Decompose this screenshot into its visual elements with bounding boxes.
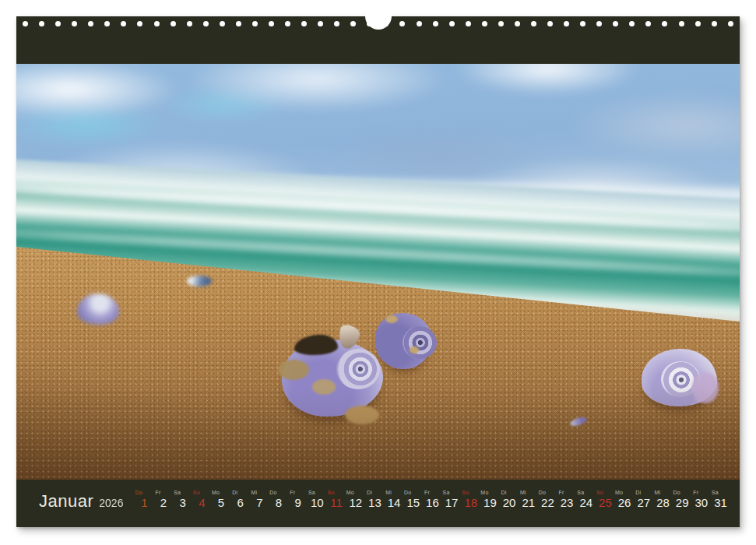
day-number: 10 (308, 497, 327, 508)
day-number: 3 (173, 497, 192, 508)
day-number: 23 (557, 497, 577, 508)
day-number: 14 (385, 497, 404, 508)
weekday-label: Fr (552, 490, 571, 495)
day-number: 13 (365, 497, 385, 508)
binding-hole (629, 21, 635, 26)
month-label: Januar (39, 491, 93, 512)
day-number: 24 (576, 497, 596, 508)
binding-hole (580, 21, 585, 26)
binding-hole (433, 21, 438, 26)
calendar-page: Januar 2026 Do1Fr2Sa3So4Mo5Di6Mi7Do8Fr9S… (16, 16, 740, 527)
binding-hole (613, 21, 618, 26)
year-label: 2026 (99, 497, 123, 509)
weekday-label: Mo (475, 490, 494, 495)
day-number: 21 (519, 497, 538, 508)
binding-hole (154, 21, 160, 26)
weekday-label: Di (628, 490, 648, 495)
weekday-label: Do (129, 490, 149, 495)
day-number: 16 (423, 497, 442, 508)
day-number: 8 (269, 497, 289, 508)
weekday-label: Mi (379, 490, 399, 495)
binding-hole (72, 21, 77, 26)
binding-hole (596, 21, 602, 26)
binding-hole (728, 21, 733, 26)
day-number: 1 (135, 497, 154, 508)
binding-hole (417, 21, 422, 26)
binding-hole (399, 21, 405, 26)
binding-hole (662, 21, 667, 26)
day-number: 6 (230, 497, 250, 508)
day-number: 29 (673, 497, 692, 508)
binding-hole (55, 21, 61, 26)
weekday-label: Fr (417, 490, 437, 495)
binding-hole (39, 21, 44, 26)
weekday-label: So (187, 490, 206, 495)
weekday-label: Di (225, 490, 244, 495)
weekday-label: Do (533, 490, 552, 495)
binding-hole (334, 21, 339, 26)
hanger-notch (365, 3, 392, 30)
binding-hole (449, 21, 455, 26)
day-number: 31 (711, 497, 730, 508)
binding-hole (104, 21, 110, 26)
month-block: Januar 2026 (39, 491, 123, 512)
day-cell-31: Sa31 (711, 490, 730, 508)
binding-hole (301, 21, 307, 26)
binding-hole (564, 21, 569, 26)
day-number: 28 (653, 497, 673, 508)
binding-hole (121, 21, 126, 26)
day-number: 20 (500, 497, 519, 508)
day-number: 26 (615, 497, 635, 508)
binding-hole (171, 21, 176, 26)
day-number: 2 (154, 497, 174, 508)
weekday-label: Do (667, 490, 687, 495)
weekday-label: Do (264, 490, 283, 495)
weekday-label: Mi (244, 490, 264, 495)
binding-hole (88, 21, 93, 26)
day-number: 19 (480, 497, 500, 508)
weekday-label: Sa (571, 490, 590, 495)
binding-hole (269, 21, 274, 26)
binding-hole (531, 21, 536, 26)
weekday-label: Di (360, 490, 379, 495)
day-number: 5 (212, 497, 231, 508)
weekday-label: So (322, 490, 341, 495)
day-number: 22 (538, 497, 557, 508)
binding-hole (547, 21, 553, 26)
weekday-label: Mo (206, 490, 226, 495)
weekday-label: Mi (648, 490, 667, 495)
binding-hole (350, 21, 356, 26)
day-number: 30 (691, 497, 711, 508)
day-number: 25 (596, 497, 615, 508)
date-strip: Januar 2026 Do1Fr2Sa3So4Mo5Di6Mi7Do8Fr9S… (16, 480, 740, 527)
weekday-label: So (590, 490, 610, 495)
binding-hole (318, 21, 323, 26)
weekday-label: Fr (686, 490, 705, 495)
binding-hole (515, 21, 520, 26)
day-number: 11 (327, 497, 346, 508)
binding-hole (645, 21, 651, 26)
weekday-label: Sa (437, 490, 456, 495)
weekday-label: Mo (610, 490, 629, 495)
day-number: 4 (192, 497, 212, 508)
binding-hole (23, 21, 28, 26)
binding-hole (712, 21, 717, 26)
day-number: 12 (346, 497, 365, 508)
day-number: 15 (403, 497, 423, 508)
day-number: 27 (634, 497, 653, 508)
day-row: Do1Fr2Sa3So4Mo5Di6Mi7Do8Fr9Sa10So11Mo12D… (135, 490, 730, 508)
binding-bar (16, 16, 740, 64)
weekday-label: Fr (283, 490, 302, 495)
binding-hole (498, 21, 504, 26)
binding-hole (203, 21, 209, 26)
binding-hole (187, 21, 192, 26)
day-number: 7 (250, 497, 269, 508)
day-number: 18 (461, 497, 480, 508)
day-number: 9 (288, 497, 308, 508)
weekday-label: So (455, 490, 475, 495)
weekday-label: Di (494, 490, 514, 495)
day-number: 17 (442, 497, 462, 508)
binding-hole (679, 21, 684, 26)
binding-hole (285, 21, 290, 26)
weekday-label: Sa (705, 490, 725, 495)
